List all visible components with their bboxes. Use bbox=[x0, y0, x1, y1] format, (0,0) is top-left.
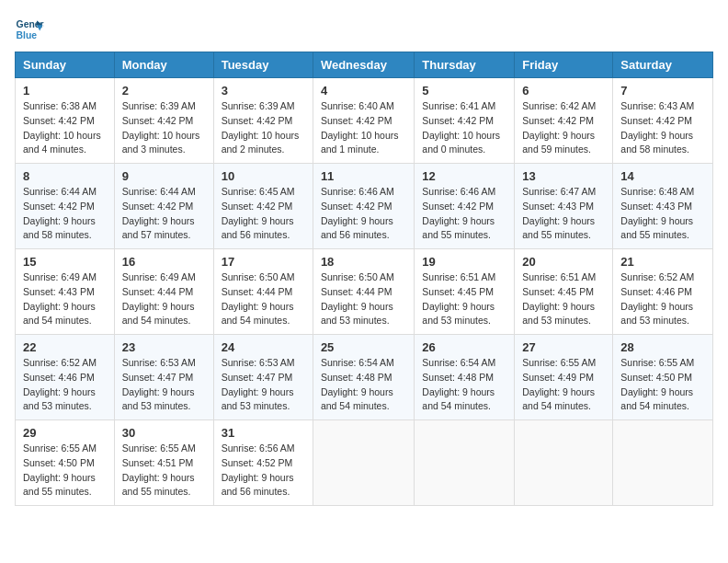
calendar-cell: 14Sunrise: 6:48 AMSunset: 4:43 PMDayligh… bbox=[613, 164, 713, 249]
calendar-week-row: 1Sunrise: 6:38 AMSunset: 4:42 PMDaylight… bbox=[16, 78, 713, 164]
calendar-cell: 6Sunrise: 6:42 AMSunset: 4:42 PMDaylight… bbox=[515, 78, 613, 164]
day-info: Sunrise: 6:42 AMSunset: 4:42 PMDaylight:… bbox=[522, 99, 605, 157]
day-number: 20 bbox=[522, 255, 605, 269]
calendar-week-row: 15Sunrise: 6:49 AMSunset: 4:43 PMDayligh… bbox=[16, 249, 713, 335]
day-number: 5 bbox=[422, 84, 506, 98]
calendar-cell: 29Sunrise: 6:55 AMSunset: 4:50 PMDayligh… bbox=[16, 420, 115, 506]
day-number: 3 bbox=[222, 84, 305, 98]
day-info: Sunrise: 6:54 AMSunset: 4:48 PMDaylight:… bbox=[422, 356, 506, 414]
day-info: Sunrise: 6:55 AMSunset: 4:51 PMDaylight:… bbox=[122, 442, 206, 500]
logo: General Blue bbox=[15, 15, 44, 44]
day-number: 19 bbox=[422, 255, 506, 269]
calendar-cell: 31Sunrise: 6:56 AMSunset: 4:52 PMDayligh… bbox=[213, 420, 313, 506]
weekday-header: Wednesday bbox=[313, 52, 414, 78]
day-info: Sunrise: 6:39 AMSunset: 4:42 PMDaylight:… bbox=[222, 99, 305, 157]
calendar-cell: 23Sunrise: 6:53 AMSunset: 4:47 PMDayligh… bbox=[114, 335, 213, 420]
calendar-cell: 25Sunrise: 6:54 AMSunset: 4:48 PMDayligh… bbox=[313, 335, 414, 420]
calendar-cell: 15Sunrise: 6:49 AMSunset: 4:43 PMDayligh… bbox=[16, 249, 115, 335]
calendar-cell bbox=[313, 420, 414, 506]
day-number: 4 bbox=[321, 84, 406, 98]
day-info: Sunrise: 6:49 AMSunset: 4:44 PMDaylight:… bbox=[122, 270, 206, 328]
day-number: 11 bbox=[321, 169, 406, 183]
calendar-cell bbox=[613, 420, 713, 506]
day-number: 18 bbox=[321, 255, 406, 269]
day-info: Sunrise: 6:52 AMSunset: 4:46 PMDaylight:… bbox=[620, 270, 705, 328]
day-info: Sunrise: 6:55 AMSunset: 4:50 PMDaylight:… bbox=[620, 356, 705, 414]
day-number: 29 bbox=[23, 426, 107, 440]
calendar-week-row: 29Sunrise: 6:55 AMSunset: 4:50 PMDayligh… bbox=[16, 420, 713, 506]
calendar-cell: 5Sunrise: 6:41 AMSunset: 4:42 PMDaylight… bbox=[415, 78, 515, 164]
calendar-cell: 27Sunrise: 6:55 AMSunset: 4:49 PMDayligh… bbox=[515, 335, 613, 420]
calendar-cell: 17Sunrise: 6:50 AMSunset: 4:44 PMDayligh… bbox=[213, 249, 313, 335]
calendar-header: SundayMondayTuesdayWednesdayThursdayFrid… bbox=[16, 52, 713, 78]
day-number: 31 bbox=[222, 426, 305, 440]
calendar-cell: 3Sunrise: 6:39 AMSunset: 4:42 PMDaylight… bbox=[213, 78, 313, 164]
day-info: Sunrise: 6:46 AMSunset: 4:42 PMDaylight:… bbox=[321, 185, 406, 243]
calendar-body: 1Sunrise: 6:38 AMSunset: 4:42 PMDaylight… bbox=[16, 78, 713, 506]
calendar-cell: 13Sunrise: 6:47 AMSunset: 4:43 PMDayligh… bbox=[515, 164, 613, 249]
calendar-cell: 16Sunrise: 6:49 AMSunset: 4:44 PMDayligh… bbox=[114, 249, 213, 335]
day-number: 14 bbox=[620, 169, 705, 183]
calendar-cell: 18Sunrise: 6:50 AMSunset: 4:44 PMDayligh… bbox=[313, 249, 414, 335]
day-number: 6 bbox=[522, 84, 605, 98]
day-number: 2 bbox=[122, 84, 206, 98]
day-number: 25 bbox=[321, 340, 406, 354]
day-info: Sunrise: 6:54 AMSunset: 4:48 PMDaylight:… bbox=[321, 356, 406, 414]
day-number: 9 bbox=[122, 169, 206, 183]
logo-icon: General Blue bbox=[15, 15, 44, 44]
day-info: Sunrise: 6:47 AMSunset: 4:43 PMDaylight:… bbox=[522, 185, 605, 243]
calendar-week-row: 22Sunrise: 6:52 AMSunset: 4:46 PMDayligh… bbox=[16, 335, 713, 420]
day-info: Sunrise: 6:50 AMSunset: 4:44 PMDaylight:… bbox=[222, 270, 305, 328]
svg-text:Blue: Blue bbox=[17, 30, 38, 40]
calendar-cell: 2Sunrise: 6:39 AMSunset: 4:42 PMDaylight… bbox=[114, 78, 213, 164]
day-info: Sunrise: 6:56 AMSunset: 4:52 PMDaylight:… bbox=[222, 442, 305, 500]
day-info: Sunrise: 6:52 AMSunset: 4:46 PMDaylight:… bbox=[23, 356, 107, 414]
day-info: Sunrise: 6:51 AMSunset: 4:45 PMDaylight:… bbox=[522, 270, 605, 328]
day-number: 10 bbox=[222, 169, 305, 183]
day-number: 15 bbox=[23, 255, 107, 269]
calendar-cell: 28Sunrise: 6:55 AMSunset: 4:50 PMDayligh… bbox=[613, 335, 713, 420]
day-info: Sunrise: 6:44 AMSunset: 4:42 PMDaylight:… bbox=[23, 185, 107, 243]
calendar-cell: 8Sunrise: 6:44 AMSunset: 4:42 PMDaylight… bbox=[16, 164, 115, 249]
day-info: Sunrise: 6:46 AMSunset: 4:42 PMDaylight:… bbox=[422, 185, 506, 243]
day-number: 30 bbox=[122, 426, 206, 440]
day-number: 13 bbox=[522, 169, 605, 183]
calendar-cell: 21Sunrise: 6:52 AMSunset: 4:46 PMDayligh… bbox=[613, 249, 713, 335]
weekday-header: Monday bbox=[114, 52, 213, 78]
day-number: 24 bbox=[222, 340, 305, 354]
header: General Blue bbox=[15, 15, 713, 44]
calendar-cell: 1Sunrise: 6:38 AMSunset: 4:42 PMDaylight… bbox=[16, 78, 115, 164]
day-info: Sunrise: 6:43 AMSunset: 4:42 PMDaylight:… bbox=[620, 99, 705, 157]
day-info: Sunrise: 6:44 AMSunset: 4:42 PMDaylight:… bbox=[122, 185, 206, 243]
calendar-cell: 19Sunrise: 6:51 AMSunset: 4:45 PMDayligh… bbox=[415, 249, 515, 335]
calendar-week-row: 8Sunrise: 6:44 AMSunset: 4:42 PMDaylight… bbox=[16, 164, 713, 249]
day-number: 16 bbox=[122, 255, 206, 269]
day-info: Sunrise: 6:53 AMSunset: 4:47 PMDaylight:… bbox=[222, 356, 305, 414]
calendar-cell: 4Sunrise: 6:40 AMSunset: 4:42 PMDaylight… bbox=[313, 78, 414, 164]
day-number: 23 bbox=[122, 340, 206, 354]
calendar-cell: 7Sunrise: 6:43 AMSunset: 4:42 PMDaylight… bbox=[613, 78, 713, 164]
day-info: Sunrise: 6:40 AMSunset: 4:42 PMDaylight:… bbox=[321, 99, 406, 157]
day-info: Sunrise: 6:55 AMSunset: 4:49 PMDaylight:… bbox=[522, 356, 605, 414]
day-info: Sunrise: 6:39 AMSunset: 4:42 PMDaylight:… bbox=[122, 99, 206, 157]
day-info: Sunrise: 6:38 AMSunset: 4:42 PMDaylight:… bbox=[23, 99, 107, 157]
calendar-cell: 20Sunrise: 6:51 AMSunset: 4:45 PMDayligh… bbox=[515, 249, 613, 335]
calendar-cell: 10Sunrise: 6:45 AMSunset: 4:42 PMDayligh… bbox=[213, 164, 313, 249]
weekday-header: Saturday bbox=[613, 52, 713, 78]
day-info: Sunrise: 6:41 AMSunset: 4:42 PMDaylight:… bbox=[422, 99, 506, 157]
calendar-cell: 26Sunrise: 6:54 AMSunset: 4:48 PMDayligh… bbox=[415, 335, 515, 420]
day-info: Sunrise: 6:49 AMSunset: 4:43 PMDaylight:… bbox=[23, 270, 107, 328]
weekday-header: Sunday bbox=[16, 52, 115, 78]
day-number: 8 bbox=[23, 169, 107, 183]
day-info: Sunrise: 6:55 AMSunset: 4:50 PMDaylight:… bbox=[23, 442, 107, 500]
day-number: 7 bbox=[620, 84, 705, 98]
calendar-cell: 30Sunrise: 6:55 AMSunset: 4:51 PMDayligh… bbox=[114, 420, 213, 506]
day-info: Sunrise: 6:53 AMSunset: 4:47 PMDaylight:… bbox=[122, 356, 206, 414]
day-number: 26 bbox=[422, 340, 506, 354]
day-number: 21 bbox=[620, 255, 705, 269]
calendar-cell: 24Sunrise: 6:53 AMSunset: 4:47 PMDayligh… bbox=[213, 335, 313, 420]
calendar-cell bbox=[515, 420, 613, 506]
day-number: 17 bbox=[222, 255, 305, 269]
day-info: Sunrise: 6:45 AMSunset: 4:42 PMDaylight:… bbox=[222, 185, 305, 243]
calendar-table: SundayMondayTuesdayWednesdayThursdayFrid… bbox=[15, 52, 713, 506]
